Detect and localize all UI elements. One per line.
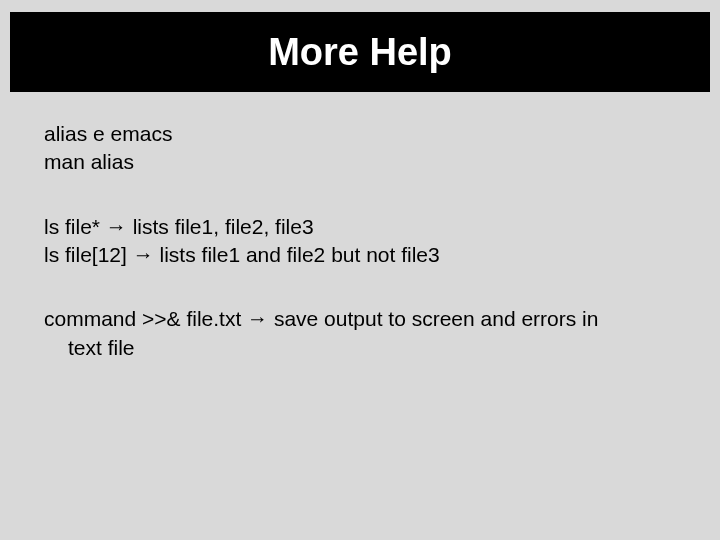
block-aliases: alias e emacs man alias — [44, 120, 680, 177]
slide-title: More Help — [268, 31, 452, 74]
slide: More Help alias e emacs man alias ls fil… — [0, 0, 720, 540]
title-bar: More Help — [10, 12, 710, 92]
text-line: command >>& file.txt → save output to sc… — [44, 305, 680, 333]
text-line: ls file[12] → lists file1 and file2 but … — [44, 241, 680, 269]
text-line: man alias — [44, 148, 680, 176]
text-line: alias e emacs — [44, 120, 680, 148]
block-ls-glob: ls file* → lists file1, file2, file3 ls … — [44, 213, 680, 270]
text-line: ls file* → lists file1, file2, file3 — [44, 213, 680, 241]
text-line: text file — [44, 334, 680, 362]
slide-body: alias e emacs man alias ls file* → lists… — [44, 120, 680, 398]
block-redirect: command >>& file.txt → save output to sc… — [44, 305, 680, 362]
